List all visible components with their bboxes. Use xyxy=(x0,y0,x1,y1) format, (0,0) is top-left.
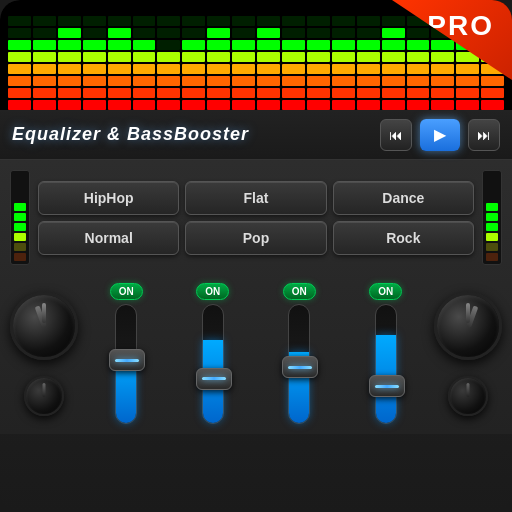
transport-controls: ⏮ ▶ ⏭ xyxy=(380,119,500,151)
app-title: Equalizer & BassBooster xyxy=(12,124,380,145)
next-icon: ⏭ xyxy=(477,127,491,143)
slider-handle-0[interactable] xyxy=(109,349,145,371)
next-button[interactable]: ⏭ xyxy=(468,119,500,151)
main-panel: HipHopFlatDanceNormalPopRock ONONONON xyxy=(0,160,512,434)
knob-treble-right[interactable] xyxy=(448,376,488,416)
preset-button-pop[interactable]: Pop xyxy=(185,221,326,255)
preset-grid: HipHopFlatDanceNormalPopRock xyxy=(38,181,474,255)
eq-section: HipHopFlatDanceNormalPopRock xyxy=(10,170,502,265)
spectrum-bar xyxy=(8,16,31,110)
spectrum-bar xyxy=(108,16,131,110)
slider-column-2: ON xyxy=(259,283,340,424)
spectrum-bar xyxy=(407,16,430,110)
on-toggle-3[interactable]: ON xyxy=(369,283,402,300)
knob-treble-left[interactable] xyxy=(24,376,64,416)
spectrum-bar xyxy=(157,16,180,110)
play-button[interactable]: ▶ xyxy=(420,119,460,151)
on-toggle-2[interactable]: ON xyxy=(283,283,316,300)
slider-track-0[interactable] xyxy=(115,304,137,424)
preset-button-flat[interactable]: Flat xyxy=(185,181,326,215)
knob-bass-right[interactable] xyxy=(434,292,502,360)
spectrum-bar xyxy=(332,16,355,110)
on-toggle-0[interactable]: ON xyxy=(110,283,143,300)
prev-icon: ⏮ xyxy=(389,127,403,143)
left-knob-column xyxy=(10,292,78,416)
spectrum-bar xyxy=(382,16,405,110)
preset-button-rock[interactable]: Rock xyxy=(333,221,474,255)
app-container: PRO Equalizer & BassBooster ⏮ ▶ ⏭ HipHo xyxy=(0,0,512,512)
slider-track-2[interactable] xyxy=(288,304,310,424)
slider-handle-2[interactable] xyxy=(282,356,318,378)
on-toggle-1[interactable]: ON xyxy=(196,283,229,300)
slider-column-0: ON xyxy=(86,283,167,424)
spectrum-bar xyxy=(207,16,230,110)
vu-meter-left xyxy=(10,170,30,265)
slider-column-3: ON xyxy=(346,283,427,424)
slider-track-1[interactable] xyxy=(202,304,224,424)
spectrum-bar xyxy=(83,16,106,110)
preset-button-dance[interactable]: Dance xyxy=(333,181,474,215)
spectrum-bar xyxy=(182,16,205,110)
controls-section: ONONONON xyxy=(10,275,502,424)
preset-button-hiphop[interactable]: HipHop xyxy=(38,181,179,215)
vu-meter-right xyxy=(482,170,502,265)
slider-track-3[interactable] xyxy=(375,304,397,424)
spectrum-bar xyxy=(357,16,380,110)
slider-column-1: ON xyxy=(173,283,254,424)
spectrum-bar xyxy=(58,16,81,110)
spectrum-bar xyxy=(307,16,330,110)
right-knob-column xyxy=(434,292,502,416)
spectrum-bar xyxy=(133,16,156,110)
slider-handle-3[interactable] xyxy=(369,375,405,397)
knob-bass-left[interactable] xyxy=(10,292,78,360)
spectrum-bar xyxy=(257,16,280,110)
prev-button[interactable]: ⏮ xyxy=(380,119,412,151)
spectrum-bar xyxy=(33,16,56,110)
spectrum-bar xyxy=(282,16,305,110)
title-bar: Equalizer & BassBooster ⏮ ▶ ⏭ xyxy=(0,110,512,160)
preset-button-normal[interactable]: Normal xyxy=(38,221,179,255)
slider-handle-1[interactable] xyxy=(196,368,232,390)
spectrum-bar xyxy=(232,16,255,110)
play-icon: ▶ xyxy=(434,125,446,144)
sliders-area: ONONONON xyxy=(86,283,426,424)
